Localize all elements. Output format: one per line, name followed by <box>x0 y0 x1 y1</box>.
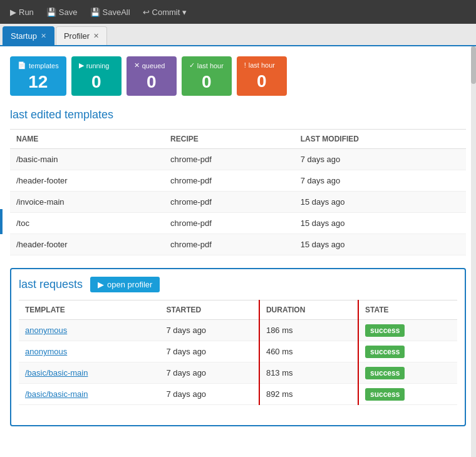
req-duration: 186 ms <box>259 320 358 341</box>
req-template-link[interactable]: /basic/basic-main <box>25 389 88 399</box>
saveall-button[interactable]: 💾 SaveAll <box>85 5 135 19</box>
stat-templates-title: 📄 templates <box>18 61 59 69</box>
tab-profiler[interactable]: Profiler ✕ <box>56 26 107 45</box>
req-started: 7 days ago <box>160 362 259 384</box>
profiler-play-icon: ▶ <box>98 280 104 289</box>
last-requests-row: anonymous 7 days ago 460 ms success <box>19 341 457 362</box>
last-edited-row: /header-footer chrome-pdf 15 days ago <box>10 234 466 255</box>
edited-recipe: chrome-pdf <box>164 149 294 170</box>
req-template-link[interactable]: /basic/basic-main <box>25 368 88 377</box>
stat-card-queued: ✕ queued 0 <box>127 56 177 96</box>
req-col-state: STATE <box>358 300 457 320</box>
save-icon: 💾 <box>46 8 56 17</box>
stat-running-title: ▶ running <box>79 61 114 69</box>
edited-lastmodified: 7 days ago <box>294 149 466 170</box>
tab-startup-close[interactable]: ✕ <box>41 32 46 40</box>
stat-lasthour-check-title: ✓ last hour <box>189 61 224 69</box>
req-template-link[interactable]: anonymous <box>25 347 67 356</box>
stat-lasthour-check-value: 0 <box>189 73 224 91</box>
saveall-icon: 💾 <box>90 8 100 17</box>
scrollbar-thumb[interactable] <box>471 46 476 84</box>
tab-profiler-label: Profiler <box>64 31 90 41</box>
edited-recipe: chrome-pdf <box>164 170 294 192</box>
col-header-lastmodified: LAST MODIFIED <box>294 130 466 149</box>
edited-name: /toc <box>10 213 164 234</box>
req-template-link[interactable]: anonymous <box>25 326 67 335</box>
edited-lastmodified: 15 days ago <box>294 234 466 255</box>
stat-queued-value: 0 <box>134 73 169 91</box>
success-badge: success <box>365 324 405 337</box>
scrollbar-track[interactable] <box>471 46 476 457</box>
col-header-name: NAME <box>10 130 164 149</box>
success-badge: success <box>365 346 405 358</box>
req-template: /basic/basic-main <box>19 384 160 405</box>
success-badge: success <box>365 388 405 401</box>
req-template: /basic/basic-main <box>19 362 160 384</box>
left-accent-bar <box>0 209 3 234</box>
last-edited-row: /invoice-main chrome-pdf 15 days ago <box>10 192 466 213</box>
commit-button[interactable]: ↩ Commit ▾ <box>138 5 192 19</box>
saveall-label: SaveAll <box>103 8 130 17</box>
commit-icon: ↩ <box>143 8 150 17</box>
edited-recipe: chrome-pdf <box>164 234 294 255</box>
last-edited-row: /toc chrome-pdf 15 days ago <box>10 213 466 234</box>
req-started: 7 days ago <box>160 320 259 341</box>
req-template: anonymous <box>19 320 160 341</box>
edited-lastmodified: 15 days ago <box>294 192 466 213</box>
toolbar: ▶ Run 💾 Save 💾 SaveAll ↩ Commit ▾ <box>0 0 476 24</box>
last-edited-row: /basic-main chrome-pdf 7 days ago <box>10 149 466 170</box>
req-col-template: TEMPLATE <box>19 300 160 320</box>
run-button[interactable]: ▶ Run <box>5 5 39 19</box>
commit-dropdown-icon: ▾ <box>182 8 187 17</box>
last-requests-row: /basic/basic-main 7 days ago 813 ms succ… <box>19 362 457 384</box>
tabs-bar: Startup ✕ Profiler ✕ <box>0 24 476 46</box>
stat-queued-title: ✕ queued <box>134 61 169 69</box>
x-queued-icon: ✕ <box>134 61 140 69</box>
tab-profiler-close[interactable]: ✕ <box>93 32 99 40</box>
stat-card-running: ▶ running 0 <box>71 56 122 96</box>
stat-running-value: 0 <box>79 73 114 91</box>
stat-lasthour-warn-title: ! last hour <box>244 61 279 69</box>
req-duration: 813 ms <box>259 362 358 384</box>
stat-card-lasthour-check: ✓ last hour 0 <box>182 56 232 96</box>
stat-card-lasthour-warn: ! last hour 0 <box>237 56 287 96</box>
tab-startup[interactable]: Startup ✕ <box>3 26 54 45</box>
run-label: Run <box>19 8 34 17</box>
edited-recipe: chrome-pdf <box>164 213 294 234</box>
warn-icon: ! <box>244 61 246 69</box>
tab-startup-label: Startup <box>11 31 37 41</box>
open-profiler-button[interactable]: ▶ open profiler <box>90 277 160 292</box>
last-requests-title: last requests <box>19 278 83 291</box>
col-header-recipe: RECIPE <box>164 130 294 149</box>
commit-label: Commit <box>152 8 180 17</box>
req-template: anonymous <box>19 341 160 362</box>
edited-lastmodified: 7 days ago <box>294 170 466 192</box>
edited-lastmodified: 15 days ago <box>294 213 466 234</box>
check-icon: ✓ <box>189 61 195 69</box>
success-badge: success <box>365 367 405 379</box>
edited-name: /header-footer <box>10 234 164 255</box>
last-requests-section: last requests ▶ open profiler TEMPLATE S… <box>10 268 466 426</box>
req-col-duration: DURATION <box>259 300 358 320</box>
main-content: 📄 templates 12 ▶ running 0 ✕ queued 0 ✓ … <box>0 46 476 457</box>
edited-recipe: chrome-pdf <box>164 192 294 213</box>
last-requests-row: /basic/basic-main 7 days ago 892 ms succ… <box>19 384 457 405</box>
save-label: Save <box>59 8 78 17</box>
play-icon: ▶ <box>79 61 84 69</box>
req-duration: 460 ms <box>259 341 358 362</box>
edited-name: /invoice-main <box>10 192 164 213</box>
last-edited-table: NAME RECIPE LAST MODIFIED /basic-main ch… <box>10 129 466 255</box>
run-icon: ▶ <box>10 8 16 17</box>
req-started: 7 days ago <box>160 341 259 362</box>
edited-name: /header-footer <box>10 170 164 192</box>
save-button[interactable]: 💾 Save <box>41 5 83 19</box>
last-requests-row: anonymous 7 days ago 186 ms success <box>19 320 457 341</box>
req-duration: 892 ms <box>259 384 358 405</box>
last-edited-row: /header-footer chrome-pdf 7 days ago <box>10 170 466 192</box>
stat-card-templates: 📄 templates 12 <box>10 56 66 96</box>
req-state: success <box>358 384 457 405</box>
doc-icon: 📄 <box>18 61 26 69</box>
req-started: 7 days ago <box>160 384 259 405</box>
last-edited-title: last edited templates <box>10 108 466 121</box>
req-state: success <box>358 320 457 341</box>
